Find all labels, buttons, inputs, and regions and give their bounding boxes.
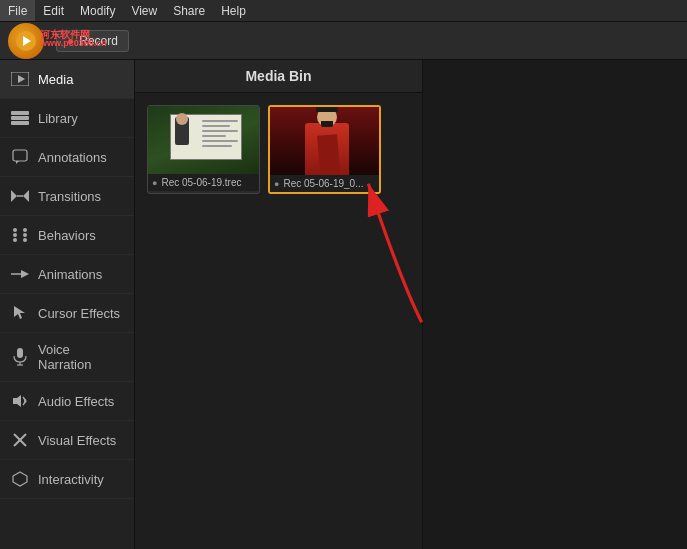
sidebar-label-library: Library <box>38 111 78 126</box>
sidebar-label-audio-effects: Audio Effects <box>38 394 114 409</box>
sidebar-item-interactivity[interactable]: Interactivity <box>0 460 134 499</box>
media-icon <box>10 69 30 89</box>
record-icon: ● <box>67 34 74 48</box>
sidebar-item-library[interactable]: Library <box>0 99 134 138</box>
svg-marker-19 <box>21 270 29 278</box>
svg-marker-24 <box>13 395 21 407</box>
media-item-rec1[interactable]: ● Rec 05-06-19.trec <box>147 105 260 194</box>
sidebar-item-visual-effects[interactable]: Visual Effects <box>0 421 134 460</box>
thumb1-label: ● Rec 05-06-19.trec <box>148 174 259 191</box>
svg-marker-9 <box>11 190 17 202</box>
sidebar-label-voice-narration: Voice Narration <box>38 342 124 372</box>
record-label: Record <box>79 34 118 48</box>
voice-icon <box>10 347 30 367</box>
transitions-icon <box>10 186 30 206</box>
svg-marker-3 <box>18 75 25 83</box>
menu-share[interactable]: Share <box>165 0 213 21</box>
menu-bar: File Edit Modify View Share Help <box>0 0 687 22</box>
thumb2-label: ● Rec 05-06-19_0... <box>270 175 379 192</box>
menu-file[interactable]: File <box>0 0 35 21</box>
svg-point-15 <box>23 228 27 232</box>
svg-marker-10 <box>23 190 29 202</box>
sidebar-item-media[interactable]: Media <box>0 60 134 99</box>
cursor-icon <box>10 303 30 323</box>
sidebar-item-audio-effects[interactable]: Audio Effects <box>0 382 134 421</box>
library-icon <box>10 108 30 128</box>
svg-marker-20 <box>14 306 25 319</box>
interactivity-icon <box>10 469 30 489</box>
media-item-rec2[interactable]: ● Rec 05-06-19_0... <box>268 105 381 194</box>
svg-point-12 <box>13 228 17 232</box>
menu-view[interactable]: View <box>123 0 165 21</box>
content-area: Media Bin <box>135 60 422 549</box>
animations-icon <box>10 264 30 284</box>
media-bin-content: ● Rec 05-06-19.trec <box>135 93 422 549</box>
app-logo <box>8 23 44 59</box>
svg-rect-21 <box>17 348 23 358</box>
svg-point-17 <box>23 238 27 242</box>
sidebar: Media Library Annotations Transitions <box>0 60 135 549</box>
sidebar-label-interactivity: Interactivity <box>38 472 104 487</box>
svg-rect-4 <box>11 111 29 115</box>
menu-edit[interactable]: Edit <box>35 0 72 21</box>
toolbar: ● Record <box>0 22 687 60</box>
sidebar-item-behaviors[interactable]: Behaviors <box>0 216 134 255</box>
menu-help[interactable]: Help <box>213 0 254 21</box>
record-button[interactable]: ● Record <box>56 30 129 52</box>
right-panel <box>422 60 687 549</box>
thumb1-image <box>148 106 260 174</box>
menu-modify[interactable]: Modify <box>72 0 123 21</box>
audio-icon <box>10 391 30 411</box>
sidebar-item-cursor-effects[interactable]: Cursor Effects <box>0 294 134 333</box>
sidebar-label-animations: Animations <box>38 267 102 282</box>
svg-marker-8 <box>16 161 19 164</box>
sidebar-item-voice-narration[interactable]: Voice Narration <box>0 333 134 382</box>
annotations-icon <box>10 147 30 167</box>
svg-marker-27 <box>13 472 27 486</box>
sidebar-item-transitions[interactable]: Transitions <box>0 177 134 216</box>
svg-rect-5 <box>11 116 29 120</box>
sidebar-label-cursor-effects: Cursor Effects <box>38 306 120 321</box>
sidebar-label-visual-effects: Visual Effects <box>38 433 116 448</box>
sidebar-item-annotations[interactable]: Annotations <box>0 138 134 177</box>
svg-point-16 <box>23 233 27 237</box>
svg-point-14 <box>13 238 17 242</box>
svg-rect-7 <box>13 150 27 161</box>
sidebar-label-transitions: Transitions <box>38 189 101 204</box>
main-layout: Media Library Annotations Transitions <box>0 60 687 549</box>
sidebar-label-media: Media <box>38 72 73 87</box>
content-header: Media Bin <box>135 60 422 93</box>
sidebar-label-annotations: Annotations <box>38 150 107 165</box>
sidebar-label-behaviors: Behaviors <box>38 228 96 243</box>
thumb2-image <box>270 107 381 175</box>
svg-point-13 <box>13 233 17 237</box>
visual-icon <box>10 430 30 450</box>
svg-rect-6 <box>11 121 29 125</box>
behaviors-icon <box>10 225 30 245</box>
sidebar-item-animations[interactable]: Animations <box>0 255 134 294</box>
